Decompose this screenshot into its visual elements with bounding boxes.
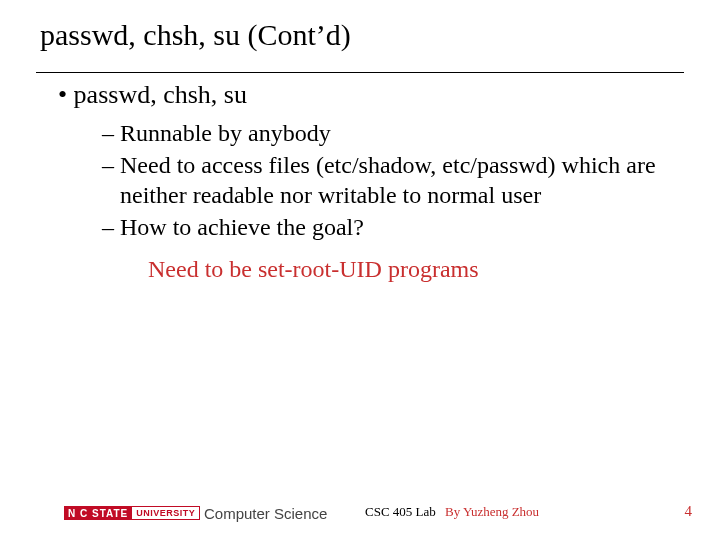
slide: passwd, chsh, su (Cont’d) passwd, chsh, … xyxy=(0,0,720,540)
title-underline xyxy=(36,72,684,73)
slide-body: passwd, chsh, su Runnable by anybody Nee… xyxy=(58,80,684,283)
bullet-level1: passwd, chsh, su xyxy=(58,80,684,110)
department-label: Computer Science xyxy=(204,505,327,522)
bullet-level2: Runnable by anybody xyxy=(102,118,684,148)
logo-white-segment: UNIVERSITY xyxy=(132,506,200,520)
answer-text: Need to be set-root-UID programs xyxy=(148,256,684,283)
page-number: 4 xyxy=(685,503,693,520)
course-label: CSC 405 Lab xyxy=(365,504,436,520)
slide-title: passwd, chsh, su (Cont’d) xyxy=(40,18,351,52)
sub-bullets: Runnable by anybody Need to access files… xyxy=(102,118,684,283)
bullet-level2: Need to access files (etc/shadow, etc/pa… xyxy=(102,150,684,210)
ncsu-logo: N C STATE UNIVERSITY xyxy=(64,506,196,520)
logo-red-segment: N C STATE xyxy=(64,506,132,520)
author-label: By Yuzheng Zhou xyxy=(445,504,539,520)
bullet-level2: How to achieve the goal? xyxy=(102,212,684,242)
footer: N C STATE UNIVERSITY Computer Science CS… xyxy=(0,498,720,520)
